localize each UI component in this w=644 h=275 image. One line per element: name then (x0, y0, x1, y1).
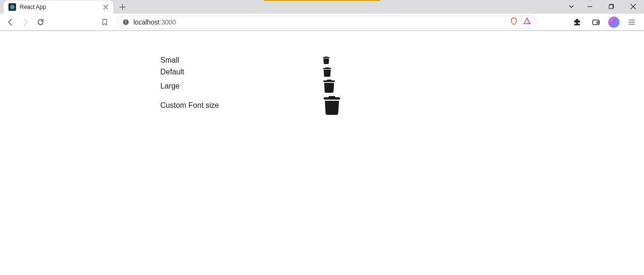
row-label: Custom Font size (160, 94, 322, 117)
svg-rect-10 (597, 22, 599, 23)
forward-button[interactable] (19, 16, 32, 29)
svg-rect-5 (609, 5, 613, 9)
reload-button[interactable] (34, 16, 47, 29)
trash-icon[interactable] (322, 67, 341, 77)
back-button[interactable] (4, 16, 17, 29)
browser-toolbar: localhost:3000 (0, 14, 644, 31)
top-accent-bar (264, 0, 380, 1)
icon-size-table: Small Default Large Custom Font size (160, 55, 341, 117)
row-label: Default (160, 66, 322, 78)
profile-avatar[interactable] (608, 16, 619, 28)
browser-tab[interactable]: React App (4, 0, 113, 14)
address-bar[interactable]: localhost:3000 (117, 16, 537, 29)
window-maximize-button[interactable] (601, 0, 622, 13)
tab-close-button[interactable] (102, 3, 109, 11)
extensions-button[interactable] (570, 16, 584, 29)
new-tab-button[interactable] (116, 0, 129, 14)
tab-search-button[interactable] (564, 0, 579, 13)
bookmark-button[interactable] (98, 16, 111, 29)
table-row: Large (160, 78, 341, 94)
brave-rewards-icon[interactable] (523, 17, 531, 27)
svg-rect-8 (125, 23, 126, 24)
not-secure-icon[interactable] (122, 18, 130, 26)
window-controls (564, 0, 644, 13)
row-label: Small (160, 55, 322, 66)
svg-rect-9 (593, 20, 599, 24)
tab-bar: React App (0, 0, 644, 14)
browser-chrome: React App (0, 0, 644, 31)
trash-icon[interactable] (322, 96, 341, 115)
react-favicon (8, 3, 16, 11)
url-port: :3000 (159, 18, 176, 26)
table-row: Default (160, 66, 341, 78)
table-row: Small (160, 55, 341, 66)
url-host: localhost (133, 18, 159, 26)
address-url: localhost:3000 (133, 18, 502, 26)
wallet-button[interactable] (589, 16, 603, 29)
trash-icon[interactable] (322, 80, 341, 93)
svg-point-0 (12, 7, 13, 8)
window-minimize-button[interactable] (579, 0, 601, 13)
window-close-button[interactable] (622, 0, 644, 13)
tab-title: React App (20, 4, 98, 10)
trash-icon[interactable] (322, 57, 341, 64)
menu-button[interactable] (625, 16, 638, 29)
svg-rect-7 (125, 20, 126, 23)
brave-shields-icon[interactable] (510, 17, 518, 27)
page-content: Small Default Large Custom Font size (0, 31, 644, 117)
table-row: Custom Font size (160, 94, 341, 117)
row-label: Large (160, 78, 322, 94)
